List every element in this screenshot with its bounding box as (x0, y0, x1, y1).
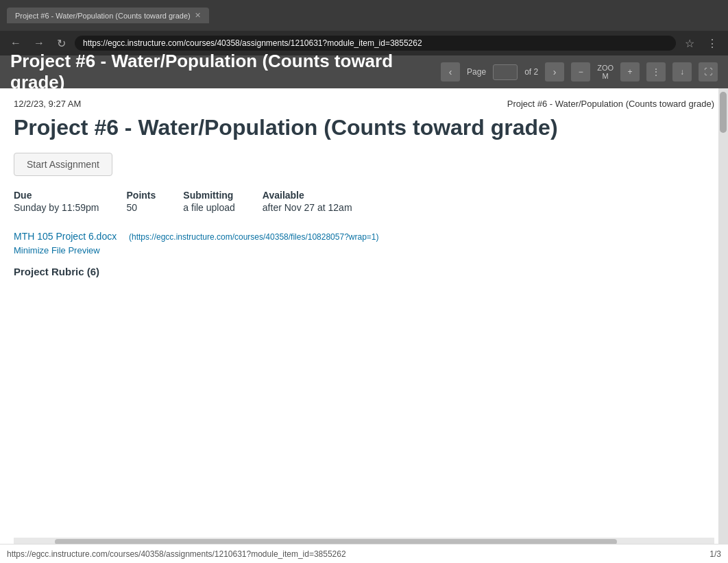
vertical-scrollbar-thumb[interactable] (720, 92, 727, 133)
browser-tab-bar: Project #6 - Water/Population (Counts to… (0, 0, 728, 31)
points-value: 50 (127, 202, 156, 213)
status-bar: https://egcc.instructure.com/courses/403… (0, 544, 728, 563)
points-label: Points (127, 190, 156, 201)
url-bar[interactable] (75, 36, 676, 51)
assignment-title: Project #6 - Water/Population (Counts to… (14, 114, 714, 140)
file-url-link[interactable]: (https://egcc.instructure.com/courses/40… (129, 232, 379, 242)
page-counter: 1/3 (709, 549, 721, 559)
forward-button[interactable]: → (30, 36, 48, 51)
zoom-out-button[interactable]: − (571, 62, 590, 82)
zoom-label: ZOO M (597, 64, 614, 80)
next-page-button[interactable]: › (545, 62, 564, 82)
tab-close-icon[interactable]: ✕ (195, 11, 201, 20)
available-value: after Nov 27 at 12am (263, 202, 352, 213)
minimize-file-preview-link[interactable]: Minimize File Preview (14, 245, 714, 255)
menu-button[interactable]: ⋮ (703, 36, 721, 51)
start-assignment-button[interactable]: Start Assignment (14, 153, 112, 176)
submitting-detail: Submitting a file upload (183, 190, 235, 213)
submitting-label: Submitting (183, 190, 235, 201)
reload-button[interactable]: ↻ (53, 36, 69, 51)
page-label: Page (467, 67, 486, 77)
page-controls: ‹ Page of 2 › − ZOO M + ⋮ ↓ ⛶ (441, 62, 718, 82)
points-detail: Points 50 (127, 190, 156, 213)
rubric-label: Project Rubric (6) (14, 266, 99, 277)
horizontal-scrollbar-thumb[interactable] (55, 539, 617, 544)
rubric-section: Project Rubric (6) (14, 266, 714, 277)
submitting-value: a file upload (183, 202, 235, 213)
due-value: Sunday by 11:59pm (14, 202, 99, 213)
due-label: Due (14, 190, 99, 201)
document-scroll-area: 12/2/23, 9:27 AM Project #6 - Water/Popu… (0, 88, 728, 544)
zoom-in-button[interactable]: + (620, 62, 640, 82)
fullscreen-button[interactable]: ⛶ (699, 62, 718, 82)
doc-meta-bar: 12/2/23, 9:27 AM Project #6 - Water/Popu… (14, 99, 714, 109)
more-options-button[interactable]: ⋮ (646, 62, 666, 82)
prev-page-button[interactable]: ‹ (441, 62, 460, 82)
bookmark-button[interactable]: ☆ (681, 36, 698, 51)
main-content-area: 12/2/23, 9:27 AM Project #6 - Water/Popu… (0, 88, 728, 544)
download-button[interactable]: ↓ (672, 62, 692, 82)
page-number-input[interactable] (493, 64, 518, 80)
back-button[interactable]: ← (7, 36, 25, 51)
due-detail: Due Sunday by 11:59pm (14, 190, 99, 213)
vertical-scrollbar[interactable] (718, 88, 728, 544)
page-header-bar: Project #6 - Water/Population (Counts to… (0, 55, 728, 88)
document-empty-area (14, 277, 714, 538)
document-area: 12/2/23, 9:27 AM Project #6 - Water/Popu… (0, 88, 728, 544)
tab-title: Project #6 - Water/Population (Counts to… (15, 12, 191, 20)
available-label: Available (263, 190, 352, 201)
doc-datetime: 12/2/23, 9:27 AM (14, 99, 81, 109)
status-url: https://egcc.instructure.com/courses/403… (7, 549, 346, 559)
of-pages: of 2 (524, 67, 538, 77)
available-detail: Available after Nov 27 at 12am (263, 190, 352, 213)
doc-title-meta: Project #6 - Water/Population (Counts to… (507, 99, 714, 109)
page-title: Project #6 - Water/Population (Counts to… (10, 51, 441, 93)
file-link[interactable]: MTH 105 Project 6.docx (14, 231, 117, 242)
assignment-details-row: Due Sunday by 11:59pm Points 50 Submitti… (14, 190, 714, 213)
browser-tab[interactable]: Project #6 - Water/Population (Counts to… (7, 8, 209, 23)
horizontal-scrollbar[interactable] (14, 538, 714, 544)
